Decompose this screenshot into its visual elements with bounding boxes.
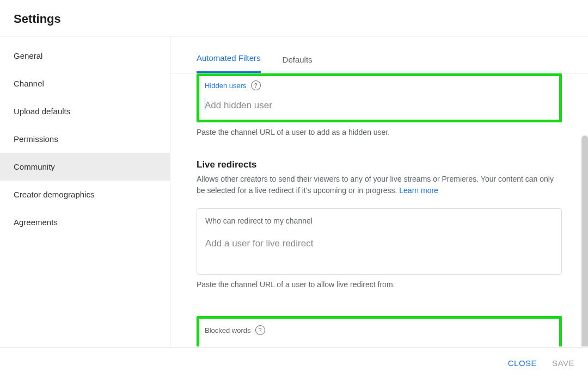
settings-footer: CLOSE SAVE	[0, 347, 588, 378]
sidebar-item-label: Permissions	[14, 134, 58, 144]
settings-body: General Channel Upload defaults Permissi…	[0, 36, 588, 346]
sidebar-item-upload-defaults[interactable]: Upload defaults	[0, 97, 170, 125]
close-button[interactable]: CLOSE	[508, 358, 537, 368]
sidebar-item-label: Channel	[14, 79, 44, 88]
help-icon[interactable]: ?	[251, 80, 261, 90]
sidebar-item-permissions[interactable]: Permissions	[0, 125, 170, 153]
hidden-users-helper: Paste the channel URL of a user to add a…	[197, 128, 562, 137]
input-cursor	[205, 97, 554, 113]
save-button[interactable]: SAVE	[552, 358, 574, 368]
sidebar-item-creator-demographics[interactable]: Creator demographics	[0, 181, 170, 208]
live-redirects-description: Allows other creators to send their view…	[197, 173, 562, 196]
sidebar-item-general[interactable]: General	[0, 42, 170, 70]
tabs-row: Automated Filters Defaults	[170, 36, 588, 73]
sidebar-item-label: Agreements	[14, 218, 58, 227]
settings-header: Settings	[0, 0, 588, 36]
blocked-words-field: Blocked words ?	[197, 316, 562, 346]
sidebar-item-channel[interactable]: Channel	[0, 70, 170, 97]
learn-more-link[interactable]: Learn more	[399, 186, 438, 195]
scrollbar[interactable]	[581, 135, 588, 346]
sidebar-item-label: Community	[14, 162, 55, 171]
page-title: Settings	[14, 12, 574, 26]
field-label-row: Blocked words ?	[205, 325, 554, 335]
blocked-words-label: Blocked words	[205, 326, 251, 334]
tab-content: Hidden users ? Paste the channel URL of …	[170, 73, 588, 346]
settings-main: Automated Filters Defaults Hidden users …	[170, 36, 588, 346]
sidebar-item-label: Upload defaults	[14, 107, 70, 116]
tab-automated-filters[interactable]: Automated Filters	[197, 53, 261, 73]
live-redirect-field: Who can redirect to my channel	[197, 208, 562, 275]
blocked-words-input[interactable]	[205, 342, 554, 346]
live-redirects-desc-text: Allows other creators to send their view…	[197, 175, 554, 195]
help-icon[interactable]: ?	[255, 325, 265, 335]
live-redirect-label: Who can redirect to my channel	[205, 216, 553, 225]
sidebar-item-agreements[interactable]: Agreements	[0, 208, 170, 236]
hidden-users-label: Hidden users	[205, 82, 247, 90]
settings-sidebar: General Channel Upload defaults Permissi…	[0, 36, 170, 346]
field-label-row: Hidden users ?	[205, 80, 554, 90]
hidden-users-input[interactable]	[205, 97, 554, 113]
sidebar-item-label: General	[14, 51, 42, 60]
live-redirect-input[interactable]	[205, 235, 553, 251]
tab-defaults[interactable]: Defaults	[283, 55, 313, 73]
hidden-users-field: Hidden users ?	[197, 73, 562, 122]
live-redirects-title: Live redirects	[197, 159, 562, 170]
live-redirect-helper: Paste the channel URL of a user to allow…	[197, 280, 562, 289]
sidebar-item-label: Creator demographics	[14, 190, 94, 199]
sidebar-item-community[interactable]: Community	[0, 153, 170, 181]
